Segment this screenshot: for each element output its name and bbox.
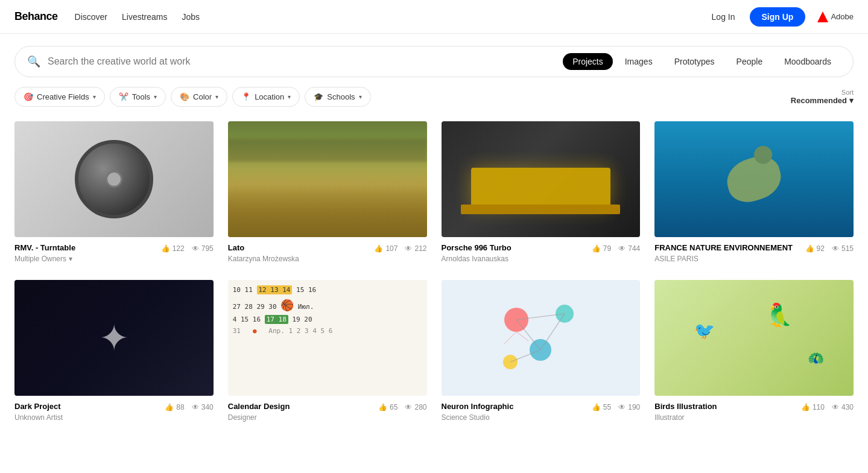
project-meta: Neuron Infographic Science Studio 👍 55 👁… <box>442 402 641 422</box>
project-stats: 👍 79 👁 744 <box>592 244 640 253</box>
project-info: Porsche 996 Turbo Arnoldas Ivanauskas 👍 … <box>442 237 641 265</box>
chevron-down-icon: ▾ <box>154 94 157 100</box>
likes-count: 65 <box>390 403 398 411</box>
nav-jobs[interactable]: Jobs <box>182 12 200 22</box>
project-meta: Porsche 996 Turbo Arnoldas Ivanauskas 👍 … <box>442 243 641 263</box>
eye-icon: 👁 <box>832 403 839 411</box>
signup-button[interactable]: Sign Up <box>750 7 806 27</box>
search-tabs: Projects Images Prototypes People Moodbo… <box>563 53 841 70</box>
like-icon: 👍 <box>592 403 601 411</box>
project-title: Neuron Infographic <box>442 402 514 412</box>
project-title: Birds Illustration <box>654 402 717 412</box>
nav-discover[interactable]: Discover <box>75 12 107 22</box>
nav-livestreams[interactable]: Livestreams <box>122 12 167 22</box>
project-stats: 👍 88 👁 340 <box>165 403 213 411</box>
eye-icon: 👁 <box>405 403 412 411</box>
search-input[interactable] <box>48 56 553 67</box>
eye-icon: 👁 <box>405 244 412 253</box>
project-owner: Arnoldas Ivanauskas <box>442 255 512 263</box>
project-card[interactable]: ✦ Dark Project Unknown Artist 👍 88 👁 <box>14 280 214 424</box>
project-title: Dark Project <box>14 402 63 412</box>
project-thumbnail <box>442 280 641 396</box>
project-info: Neuron Infographic Science Studio 👍 55 👁… <box>442 396 641 424</box>
project-owner: Unknown Artist <box>14 413 63 422</box>
navbar: Behance Discover Livestreams Jobs Log In… <box>0 0 868 34</box>
chevron-down-icon: ▾ <box>849 96 854 105</box>
views-count: 340 <box>201 403 214 411</box>
projects-grid: RMV. - Turntable Multiple Owners ▾ 👍 122… <box>0 116 868 439</box>
nav-links: Discover Livestreams Jobs <box>75 12 200 22</box>
svg-marker-0 <box>817 11 828 22</box>
project-owner: Illustrator <box>654 413 717 422</box>
likes-stat: 👍 107 <box>374 244 398 253</box>
likes-stat: 👍 110 <box>801 403 825 411</box>
project-thumbnail: 🦜 🐦 🦚 <box>654 280 854 396</box>
color-filter[interactable]: 🎨 Color ▾ <box>171 87 227 107</box>
project-info: FRANCE NATURE ENVIRONNEMENT ASILE PARIS … <box>654 237 854 265</box>
project-stats: 👍 110 👁 430 <box>801 403 854 411</box>
project-owner: Multiple Owners ▾ <box>14 255 75 263</box>
likes-count: 92 <box>817 244 825 253</box>
project-stats: 👍 122 👁 795 <box>161 244 214 253</box>
tab-projects[interactable]: Projects <box>563 53 613 70</box>
svg-line-7 <box>540 314 565 350</box>
svg-line-9 <box>504 332 516 344</box>
project-card[interactable]: Lato Katarzyna Mrożewska 👍 107 👁 212 <box>228 121 427 265</box>
login-button[interactable]: Log In <box>705 8 743 25</box>
likes-stat: 👍 88 <box>165 403 184 411</box>
creative-fields-icon: 🎯 <box>24 92 33 101</box>
eye-icon: 👁 <box>618 403 626 411</box>
sort-label: Sort <box>841 89 854 96</box>
views-stat: 👁 280 <box>405 403 426 411</box>
project-card[interactable]: Porsche 996 Turbo Arnoldas Ivanauskas 👍 … <box>442 121 641 265</box>
eye-icon: 👁 <box>618 244 626 253</box>
like-icon: 👍 <box>801 403 810 411</box>
project-info: RMV. - Turntable Multiple Owners ▾ 👍 122… <box>14 237 214 265</box>
tools-filter[interactable]: ✂️ Tools ▾ <box>110 87 166 107</box>
project-stats: 👍 55 👁 190 <box>592 403 640 411</box>
schools-icon: 🎓 <box>314 92 323 101</box>
adobe-logo: Adobe <box>817 11 854 22</box>
eye-icon: 👁 <box>832 244 839 253</box>
project-thumbnail <box>442 121 641 237</box>
search-bar: 🔍 Projects Images Prototypes People Mood… <box>14 46 854 77</box>
project-meta: Lato Katarzyna Mrożewska 👍 107 👁 212 <box>228 243 427 263</box>
tools-icon: ✂️ <box>119 92 128 101</box>
likes-count: 55 <box>603 403 611 411</box>
filters-bar: 🎯 Creative Fields ▾ ✂️ Tools ▾ 🎨 Color ▾… <box>0 77 868 116</box>
project-card[interactable]: 10 11 12 13 14 15 16 27 28 29 30 🏀 Июл. … <box>228 280 427 424</box>
views-count: 430 <box>841 403 854 411</box>
project-card[interactable]: FRANCE NATURE ENVIRONNEMENT ASILE PARIS … <box>654 121 854 265</box>
creative-fields-filter[interactable]: 🎯 Creative Fields ▾ <box>14 87 105 107</box>
project-meta: Birds Illustration Illustrator 👍 110 👁 4… <box>654 402 854 422</box>
project-stats: 👍 92 👁 515 <box>805 244 854 253</box>
project-owner: Katarzyna Mrożewska <box>228 255 299 263</box>
likes-count: 110 <box>813 403 825 411</box>
tab-people[interactable]: People <box>727 53 773 70</box>
like-icon: 👍 <box>374 244 383 253</box>
views-count: 190 <box>628 403 640 411</box>
project-card[interactable]: Neuron Infographic Science Studio 👍 55 👁… <box>442 280 641 424</box>
project-meta: RMV. - Turntable Multiple Owners ▾ 👍 122… <box>14 243 214 263</box>
schools-filter[interactable]: 🎓 Schools ▾ <box>305 87 370 107</box>
adobe-icon <box>817 11 828 22</box>
tab-moodboards[interactable]: Moodboards <box>775 53 841 70</box>
project-title: Calendar Design <box>228 402 290 412</box>
location-filter[interactable]: 📍 Location ▾ <box>232 87 300 107</box>
eye-icon: 👁 <box>192 244 199 253</box>
project-card[interactable]: 🦜 🐦 🦚 Birds Illustration Illustrator 👍 1… <box>654 280 854 424</box>
project-thumbnail: 10 11 12 13 14 15 16 27 28 29 30 🏀 Июл. … <box>228 280 427 396</box>
views-stat: 👁 795 <box>192 244 214 253</box>
tab-prototypes[interactable]: Prototypes <box>665 53 724 70</box>
views-stat: 👁 190 <box>618 403 640 411</box>
views-count: 515 <box>841 244 854 253</box>
views-count: 212 <box>414 244 426 253</box>
sort-button[interactable]: Recommended ▾ <box>791 96 854 105</box>
project-card[interactable]: RMV. - Turntable Multiple Owners ▾ 👍 122… <box>14 121 214 265</box>
project-thumbnail <box>654 121 854 237</box>
project-stats: 👍 107 👁 212 <box>374 244 426 253</box>
likes-count: 88 <box>176 403 184 411</box>
likes-stat: 👍 65 <box>378 403 398 411</box>
likes-count: 79 <box>603 244 611 253</box>
tab-images[interactable]: Images <box>615 53 662 70</box>
